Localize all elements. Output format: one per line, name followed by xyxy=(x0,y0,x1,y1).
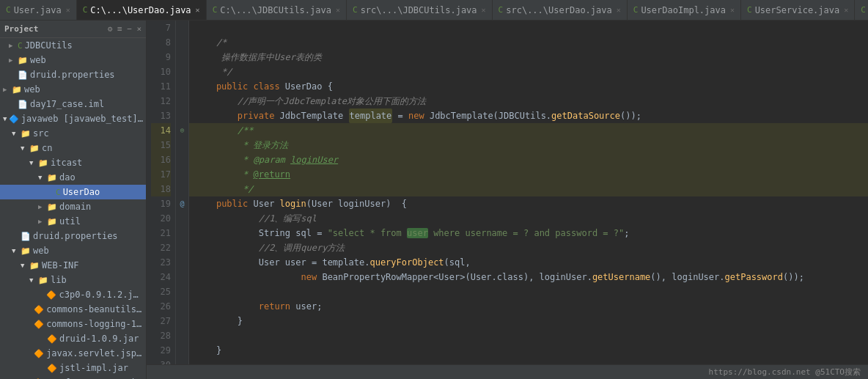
sidebar-item-domain[interactable]: ▶ 📁 domain xyxy=(0,199,146,214)
sidebar-item-commons-logging[interactable]: ▶ 🔶 commons-logging-1.1.1.j... xyxy=(0,317,146,331)
line-num-23: 23 xyxy=(151,255,171,270)
line-num-10: 10 xyxy=(151,65,171,79)
gutter-20 xyxy=(176,211,188,226)
gutter-28 xyxy=(176,328,188,343)
code-line-8: /* xyxy=(189,35,868,50)
tab-close-userdaoimpl[interactable]: ✕ xyxy=(730,6,735,14)
indent-21 xyxy=(195,226,259,240)
code-content[interactable]: 7 8 9 10 11 12 13 14 15 16 17 18 19 20 2… xyxy=(147,21,868,364)
var-user26: user; xyxy=(295,299,322,314)
sidebar-item-lib[interactable]: ▼ 📁 lib xyxy=(0,273,146,287)
code-line-22: //2、调用query方法 xyxy=(189,240,868,255)
gutter-25 xyxy=(176,284,188,299)
sidebar-item-dao[interactable]: ▼ 📁 dao xyxy=(0,170,146,185)
expand-icon: ▼ xyxy=(21,144,29,152)
expand-icon: ▼ xyxy=(29,276,38,284)
sidebar-item-label: JDBCUtils xyxy=(25,40,73,51)
sidebar-item-label: commons-beanutils-1.8.3... xyxy=(46,304,143,314)
comment-20: //1、编写sql xyxy=(195,211,317,226)
code-line-28 xyxy=(189,328,868,343)
type-user19b: User xyxy=(312,196,338,211)
ctor: JdbcTemplate( xyxy=(430,108,499,123)
code-editor: 7 8 9 10 11 12 13 14 15 16 17 18 19 20 2… xyxy=(147,21,868,379)
sidebar-item-javaweb-test[interactable]: ▼ 🔷 javaweb [javaweb_test] C:\Users\CRJ.… xyxy=(0,111,146,126)
arrow-icon: ▶ xyxy=(9,56,18,64)
paren19b: ) { xyxy=(386,196,407,211)
indent-19 xyxy=(195,196,216,211)
gutter-22 xyxy=(176,240,188,255)
dot23: . xyxy=(364,255,369,270)
sidebar-header: Project ⚙ ≡ − × xyxy=(0,21,146,38)
sidebar-item-druid[interactable]: ▶ 🔶 druid-1.0.9.jar xyxy=(0,331,146,346)
sidebar-item-web2[interactable]: ▶ 📁 web xyxy=(0,82,146,97)
sidebar-item-label: druid-1.0.9.jar xyxy=(59,334,139,344)
arrow-icon: ▶ xyxy=(38,203,47,210)
sidebar-item-label: javax.servlet.jsp.jstl.jar xyxy=(46,348,143,358)
arrow-icon: ▶ xyxy=(38,218,47,225)
sidebar-item-day17[interactable]: ▶ 📄 day17_case.iml xyxy=(0,97,146,111)
tab-close-userdao[interactable]: ✕ xyxy=(196,6,200,14)
sidebar-item-javax-servlet[interactable]: ▶ 🔶 javax.servlet.jsp.jstl.jar xyxy=(0,346,146,361)
tab-userdaoimpl[interactable]: C UserDaoImpl.java ✕ xyxy=(628,0,741,20)
javadoc-16a: * xyxy=(195,152,253,167)
tab-user-java[interactable]: C User.java ✕ xyxy=(0,0,77,20)
tab-close-src-userdao[interactable]: ✕ xyxy=(617,6,621,14)
comment-10: */ xyxy=(195,65,232,79)
sidebar-item-web3[interactable]: ▼ 📁 web xyxy=(0,243,146,258)
method-getusername: getUsername xyxy=(592,270,650,284)
eq23: = xyxy=(312,255,322,270)
gutter-18 xyxy=(176,182,188,196)
tab-close-jdbcutils[interactable]: ✕ xyxy=(336,6,340,14)
sidebar-item-src[interactable]: ▼ 📁 src xyxy=(0,126,146,141)
sidebar-item-druid-props[interactable]: ▶ 📄 druid.properties xyxy=(0,67,146,82)
sidebar-item-web[interactable]: ▶ 📁 web xyxy=(0,53,146,67)
gutter-10 xyxy=(176,65,188,79)
tab-userdao-java[interactable]: C C:\...\UserDao.java ✕ xyxy=(77,0,207,20)
sidebar-item-label: druid.properties xyxy=(33,231,118,241)
sidebar-item-druid-props2[interactable]: ▶ 📄 druid.properties xyxy=(0,229,146,243)
sidebar-item-jstl[interactable]: ▶ 🔶 jstl-impl.jar xyxy=(0,361,146,375)
sidebar-item-cn[interactable]: ▼ 📁 cn xyxy=(0,141,146,155)
code-lines[interactable]: /* 操作数据库中User表的类 */ public class UserDao… xyxy=(189,21,868,364)
tab-src-jdbcutils[interactable]: C src\...\JDBCUtils.java ✕ xyxy=(347,0,493,20)
tab-src-userdao[interactable]: C src\...\UserDao.java ✕ xyxy=(493,0,628,20)
code-line-26: return user; xyxy=(189,299,868,314)
sidebar-icons: ⚙ ≡ − × xyxy=(108,24,141,34)
line-num-11: 11 xyxy=(151,79,171,94)
sidebar-item-label: jstl-impl.jar xyxy=(59,363,128,373)
param-loginuser: loginUser xyxy=(338,196,386,211)
gutter-21 xyxy=(176,226,188,240)
line-num-24: 24 xyxy=(151,270,171,284)
tab-close-src-jdbcutils[interactable]: ✕ xyxy=(482,6,486,14)
sidebar-item-commons-beanutils[interactable]: ▶ 🔶 commons-beanutils-1.8.3... xyxy=(0,302,146,317)
sidebar-item-userdao[interactable]: ▶ C UserDao xyxy=(0,185,146,199)
tab-close-user-java[interactable]: ✕ xyxy=(66,6,70,14)
jar-icon: 🔶 xyxy=(47,334,57,344)
javadoc-18: */ xyxy=(195,182,253,196)
line-num-28: 28 xyxy=(151,328,171,343)
sidebar-item-itcast[interactable]: ▼ 📁 itcast xyxy=(0,155,146,170)
comment-22: //2、调用query方法 xyxy=(195,240,345,255)
sidebar-item-jdbcutils[interactable]: ▶ C JDBCUtils xyxy=(0,38,146,53)
expand-icon: ▼ xyxy=(12,130,21,137)
method-queryforobject: queryForObject xyxy=(369,255,444,270)
sidebar-item-webinf[interactable]: ▼ 📁 WEB-INF xyxy=(0,258,146,273)
equals: = xyxy=(392,108,408,123)
code-line-12: //声明一个JdbcTemplate对象公用下面的方法 xyxy=(189,94,868,108)
line-num-22: 22 xyxy=(151,240,171,255)
gutter-14[interactable]: ⊕ xyxy=(176,123,188,138)
tab-userservice[interactable]: C UserService.java ✕ xyxy=(741,0,855,20)
expand-icon: ▼ xyxy=(12,247,21,254)
tab-userserviceimpl[interactable]: C UserServiceImpl.java ✕ xyxy=(855,0,868,20)
line-num-7: 7 xyxy=(151,21,171,35)
sidebar-item-c3p0[interactable]: ▶ 🔶 c3p0-0.9.1.2.jar xyxy=(0,287,146,302)
gutter-11 xyxy=(176,79,188,94)
sidebar-title: Project xyxy=(4,24,38,34)
sidebar-item-util[interactable]: ▶ 📁 util xyxy=(0,214,146,229)
code-line-29: } xyxy=(189,343,868,358)
sidebar-item-mysql[interactable]: ▶ 🔶 mysql-connector-java-5.1... xyxy=(0,375,146,379)
code-line-20: //1、编写sql xyxy=(189,211,868,226)
tab-close-userservice[interactable]: ✕ xyxy=(844,6,848,14)
gutter-15 xyxy=(176,138,188,152)
tab-jdbcutils-java[interactable]: C C:\...\JDBCUtils.java ✕ xyxy=(207,0,347,20)
